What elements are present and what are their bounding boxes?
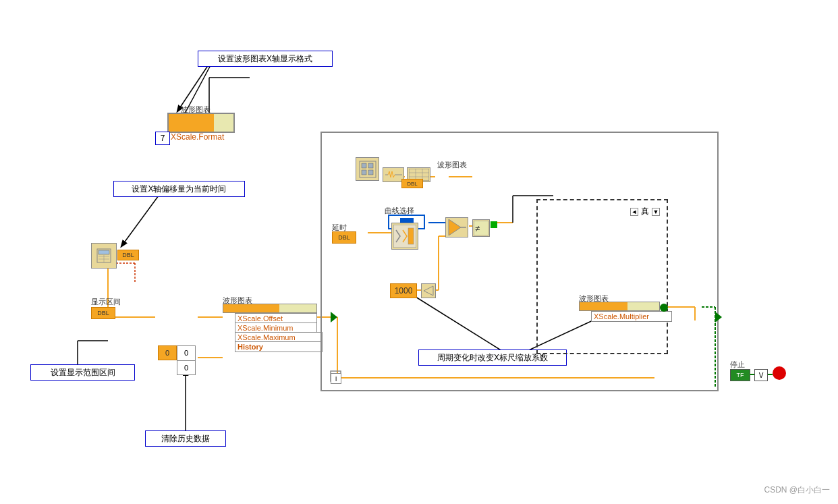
svg-rect-43 xyxy=(362,163,366,168)
output-dot-right xyxy=(660,304,668,312)
num-0-pair-box: 0 0 xyxy=(177,345,196,375)
waveform-bar-right xyxy=(579,302,660,311)
svg-rect-45 xyxy=(362,170,366,175)
bundle-icon-1[interactable] xyxy=(356,157,379,181)
loop-right-arrow xyxy=(715,312,722,323)
history-prop: History xyxy=(235,341,323,352)
set-x-offset-label: 设置X轴偏移量为当前时间 xyxy=(113,181,245,197)
tf-box[interactable]: TF xyxy=(730,369,750,381)
canvas: 设置波形图表X轴显示格式 波形图表 7 XScale.Format 设置X轴偏移… xyxy=(0,0,838,504)
true-selector[interactable]: ◄ 真 ▼ xyxy=(630,206,660,217)
clear-history-label: 清除历史数据 xyxy=(145,430,226,447)
dbl-display-range[interactable]: DBL xyxy=(91,307,115,319)
svg-line-33 xyxy=(121,196,159,246)
stop-red-dot[interactable] xyxy=(773,366,786,380)
xscale-multiplier-prop: XScale.Multiplier xyxy=(591,311,672,322)
set-x-axis-format-label: 设置波形图表X轴显示格式 xyxy=(198,51,333,67)
svg-rect-38 xyxy=(99,250,109,254)
loop-left-arrow xyxy=(331,312,337,323)
i-counter: i xyxy=(331,373,341,384)
num-7-box: 7 xyxy=(155,132,170,145)
waveform-bar-left xyxy=(223,304,317,313)
num-0-box-1: 0 xyxy=(158,345,177,360)
display-range-label: 显示区间 xyxy=(91,297,121,307)
svg-rect-56 xyxy=(408,228,414,244)
svg-marker-63 xyxy=(715,312,722,323)
waveform-chart-top-block[interactable] xyxy=(167,113,235,133)
svg-marker-62 xyxy=(331,312,337,323)
watermark: CSDN @白小白一 xyxy=(764,484,830,496)
dbl-delay[interactable]: DBL xyxy=(332,231,356,244)
xscale-format-label: XScale.Format xyxy=(171,132,224,142)
svg-rect-46 xyxy=(368,170,373,175)
waveform-chart-label-3: 波形图表 xyxy=(437,160,467,170)
lessthan-icon[interactable] xyxy=(421,283,436,298)
svg-marker-57 xyxy=(449,219,461,235)
svg-marker-61 xyxy=(424,286,433,296)
shift-reg-icon[interactable] xyxy=(391,223,418,250)
svg-line-32 xyxy=(177,61,211,111)
set-display-range-label: 设置显示范围区间 xyxy=(30,364,135,381)
inner-dashed-box: ◄ 真 ▼ xyxy=(536,199,668,354)
dbl-badge-left: DBL xyxy=(117,250,139,260)
green-indicator xyxy=(491,221,497,228)
value-1000[interactable]: 1000 xyxy=(390,283,417,298)
compare-icon[interactable]: ≠ xyxy=(472,219,490,237)
calc-icon-block[interactable] xyxy=(91,243,117,269)
svg-rect-44 xyxy=(368,163,373,168)
stop-label: 停止 xyxy=(730,360,745,370)
dbl-badge-2: DBL xyxy=(401,179,423,188)
merge-icon[interactable] xyxy=(445,217,468,237)
svg-text:≠: ≠ xyxy=(475,223,480,233)
v-indicator: V xyxy=(754,369,768,381)
